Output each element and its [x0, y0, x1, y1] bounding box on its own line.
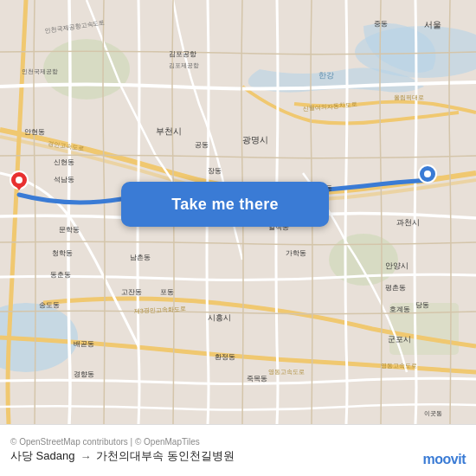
- svg-text:과천시: 과천시: [396, 218, 420, 227]
- svg-text:송도동: 송도동: [39, 301, 60, 309]
- svg-text:문학동: 문학동: [59, 226, 80, 234]
- svg-text:서울: 서울: [424, 20, 441, 29]
- svg-text:호계동: 호계동: [389, 306, 410, 313]
- svg-text:안양시: 안양시: [385, 261, 408, 270]
- svg-text:환정동: 환정동: [215, 353, 235, 361]
- svg-text:인천국제공항: 인천국제공항: [22, 68, 58, 75]
- svg-text:가학동: 가학동: [286, 249, 306, 257]
- route-origin: 사당 Sadang: [10, 448, 74, 464]
- svg-text:석남동: 석남동: [54, 176, 74, 183]
- svg-text:군포시: 군포시: [388, 335, 411, 344]
- route-arrow: →: [80, 450, 91, 463]
- svg-point-49: [16, 177, 23, 183]
- svg-text:포동: 포동: [160, 288, 174, 296]
- svg-text:당동: 당동: [415, 301, 429, 309]
- svg-text:올림픽대로: 올림픽대로: [394, 94, 424, 101]
- moovit-logo: moovit: [423, 452, 466, 467]
- route-info: 사당 Sadang → 가천의대부속 동인천길병원: [10, 448, 235, 464]
- svg-text:영동고속도로: 영동고속도로: [268, 369, 305, 376]
- map-container: 인천국제공항고속도로 인천국제공항 안현동 신현동 석남동 문학동 청학동 동춘…: [0, 0, 476, 424]
- svg-text:죽목동: 죽목동: [247, 375, 267, 383]
- svg-text:공동: 공동: [195, 141, 209, 149]
- svg-text:부천시: 부천시: [156, 126, 182, 136]
- svg-text:고잔동: 고잔동: [121, 288, 142, 296]
- svg-text:신현동: 신현동: [54, 158, 74, 166]
- attribution-bar: © OpenStreetMap contributors | © OpenMap…: [10, 437, 466, 447]
- footer: © OpenStreetMap contributors | © OpenMap…: [0, 424, 476, 476]
- svg-text:남촌동: 남촌동: [130, 254, 151, 261]
- svg-text:한강: 한강: [318, 71, 334, 80]
- svg-text:평촌동: 평촌동: [385, 284, 406, 292]
- svg-text:장동: 장동: [208, 167, 222, 175]
- svg-text:경향동: 경향동: [74, 370, 94, 378]
- route-destination: 가천의대부속 동인천길병원: [96, 448, 235, 464]
- svg-text:안현동: 안현동: [24, 128, 45, 136]
- svg-text:김포공항: 김포공항: [169, 50, 196, 58]
- svg-text:영동고속도로: 영동고속도로: [381, 363, 417, 370]
- svg-text:시흥시: 시흥시: [208, 313, 231, 322]
- svg-text:이곳동: 이곳동: [424, 410, 442, 416]
- svg-text:중동: 중동: [374, 20, 388, 28]
- svg-text:배곧동: 배곧동: [74, 340, 94, 348]
- svg-text:청학동: 청학동: [52, 249, 73, 257]
- svg-text:광명시: 광명시: [242, 135, 268, 145]
- svg-text:동춘동: 동춘동: [50, 271, 71, 279]
- attribution-text: © OpenStreetMap contributors | © OpenMap…: [10, 437, 200, 447]
- svg-text:김포제공항: 김포제공항: [169, 62, 199, 69]
- take-me-there-button[interactable]: Take me there: [121, 182, 329, 227]
- take-me-there-label: Take me there: [171, 196, 279, 214]
- svg-point-52: [424, 170, 431, 177]
